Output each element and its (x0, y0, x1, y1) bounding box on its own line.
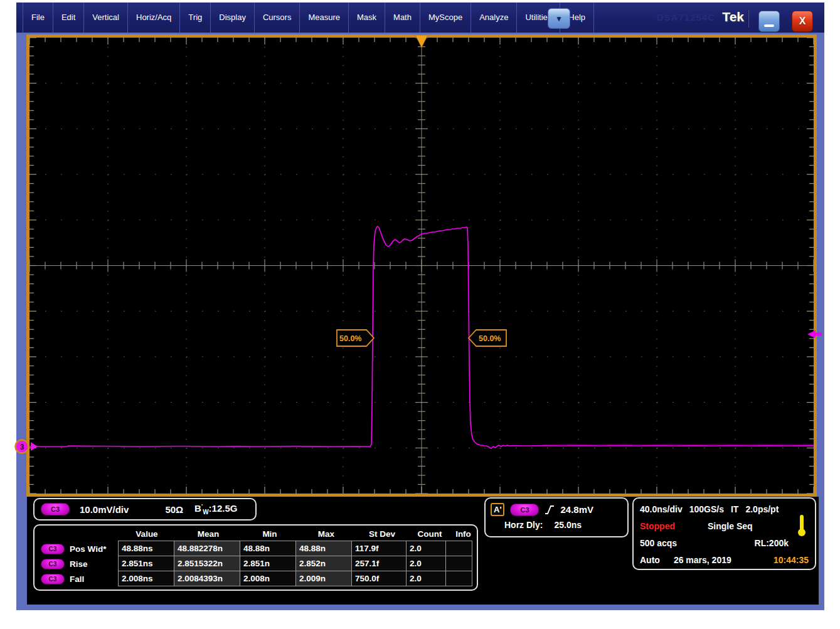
sample-rate: 100GS/s (689, 504, 724, 514)
left-50pct-label: 50.0% (339, 334, 361, 343)
measurement-table: ValueMeanMinMaxSt DevCountInfoC3Pos Wid*… (33, 524, 478, 591)
measurement-min: 2.851n (240, 556, 296, 571)
menu-trig[interactable]: Trig (180, 3, 211, 33)
measurement-row[interactable]: C3Fall2.008ns2.0084393n2.008n2.009n750.0… (38, 571, 477, 586)
channel-3-reference-label: 3 (20, 443, 24, 452)
trigger-mode: Auto (640, 555, 660, 565)
menu-myscope[interactable]: MyScope (420, 3, 471, 33)
temperature-icon (797, 515, 806, 537)
datetime-row: Auto 26 mars, 2019 10:44:35 (640, 551, 809, 568)
channel-settings-panel[interactable]: C3 10.0mV/div 50Ω B′W:12.5G (33, 498, 257, 521)
measurement-name: Pos Wid* (70, 542, 106, 556)
measurement-mean: 48.882278n (174, 541, 240, 556)
measurement-count: 2.0 (406, 541, 446, 556)
acq-mode: Single Seq (708, 521, 753, 531)
column-header-min: Min (242, 528, 298, 541)
scope-body: 350.0%50.0% C3 10.0mV/div 50Ω B′W:12.5G … (16, 33, 824, 610)
acquisition-panel[interactable]: 40.0ns/div 100GS/s IT 2.0ps/pt Stopped S… (632, 497, 816, 570)
channel-3-arrow-icon (31, 442, 38, 451)
measurement-row[interactable]: C3Pos Wid*48.88ns48.882278n48.88n48.88n1… (38, 541, 477, 556)
minimize-button[interactable] (758, 11, 780, 32)
trigger-panel[interactable]: A' C3 24.8mV Horz Dly:25.0ns (484, 497, 629, 537)
measurement-stdev: 117.9f (351, 541, 407, 556)
graticule: 350.0%50.0% (26, 34, 817, 497)
acq-count: 500 acqs (640, 538, 677, 548)
chevron-down-icon: ▼ (555, 14, 563, 23)
measurement-header-row: ValueMeanMinMaxSt DevCountInfo (38, 528, 477, 541)
measurement-max: 2.009n (295, 571, 352, 586)
acq-state: Stopped (640, 521, 675, 531)
measurement-name: Fall (70, 572, 84, 586)
column-header-max: Max (298, 528, 354, 541)
channel-badge: C3 (41, 503, 70, 515)
resolution: 2.0ps/pt (745, 504, 779, 514)
instrument-model-label: DSA71254C (657, 12, 715, 23)
bandwidth: B′W:12.5G (194, 503, 237, 515)
measurement-stdev: 257.1f (351, 556, 407, 571)
trigger-summary: A' C3 24.8mV (486, 499, 627, 516)
measurement-info (445, 571, 472, 586)
trigger-source-badge: C3 (510, 504, 539, 516)
date-label: 26 mars, 2019 (674, 555, 731, 565)
measurement-info (445, 541, 472, 556)
minimize-icon (764, 24, 774, 27)
trigger-position-marker[interactable] (415, 35, 428, 48)
rising-edge-icon (545, 504, 555, 515)
menu-mask[interactable]: Mask (349, 3, 385, 33)
vertical-scale: 10.0mV/div (80, 504, 129, 515)
menu-analyze[interactable]: Analyze (471, 3, 517, 33)
channel-badge: C3 (41, 574, 65, 584)
channel-badge: C3 (41, 559, 65, 569)
horizontal-delay: Horz Dly:25.0ns (486, 516, 627, 530)
channel-badge: C3 (41, 544, 65, 554)
waveform-display: 350.0%50.0% (29, 38, 814, 494)
measurement-value: 2.008ns (118, 571, 174, 586)
trigger-level-arrow[interactable] (807, 330, 816, 339)
horizontal-settings: 40.0ns/div 100GS/s IT 2.0ps/pt (640, 500, 809, 517)
acquisition-state-row: Stopped Single Seq (640, 517, 809, 534)
header-spacer (38, 528, 119, 541)
measurement-value: 48.88ns (118, 541, 174, 556)
measurement-label: C3Pos Wid* (38, 541, 119, 556)
oscilloscope-window: FileEditVerticalHoriz/AcqTrigDisplayCurs… (16, 3, 824, 610)
close-button[interactable]: X (792, 11, 813, 32)
column-header-info: Info (450, 528, 477, 541)
measurement-min: 2.008n (240, 571, 296, 586)
measurement-mean: 2.8515322n (174, 556, 240, 571)
title-menu-bar: FileEditVerticalHoriz/AcqTrigDisplayCurs… (16, 3, 824, 33)
status-area: C3 10.0mV/div 50Ω B′W:12.5G ValueMeanMin… (27, 497, 819, 605)
menu-overflow-button[interactable]: ▼ (548, 8, 570, 29)
record-length: RL:200k (755, 538, 789, 548)
menu-bar: FileEditVerticalHoriz/AcqTrigDisplayCurs… (23, 3, 594, 33)
column-header-count: Count (410, 528, 450, 541)
measurement-info (445, 556, 472, 571)
measurement-max: 2.852n (295, 556, 352, 571)
column-header-stdev: St Dev (354, 528, 410, 541)
column-header-mean: Mean (175, 528, 242, 541)
measurement-row[interactable]: C3Rise2.851ns2.8515322n2.851n2.852n257.1… (38, 556, 477, 571)
measurement-stdev: 750.0f (351, 571, 407, 586)
time-label: 10:44:35 (774, 555, 809, 565)
menu-file[interactable]: File (23, 3, 53, 33)
measurement-label: C3Fall (38, 571, 119, 586)
measurement-label: C3Rise (38, 556, 119, 571)
menu-measure[interactable]: Measure (300, 3, 349, 33)
measurement-max: 48.88n (295, 541, 352, 556)
waveform-noise (544, 444, 814, 445)
menu-math[interactable]: Math (385, 3, 420, 33)
measurement-min: 48.88n (240, 541, 296, 556)
measurement-mean: 2.0084393n (174, 571, 240, 586)
menu-edit[interactable]: Edit (53, 3, 84, 33)
titlebar-divider (748, 10, 749, 28)
menu-horizacq[interactable]: Horiz/Acq (128, 3, 180, 33)
trigger-a-badge: A' (491, 503, 504, 516)
menu-display[interactable]: Display (211, 3, 255, 33)
trigger-level-arrow-shaft (815, 333, 822, 336)
tek-logo: Tek (722, 9, 744, 24)
measurement-count: 2.0 (406, 556, 446, 571)
menu-vertical[interactable]: Vertical (84, 3, 128, 33)
screenshot: FileEditVerticalHoriz/AcqTrigDisplayCurs… (0, 0, 840, 629)
impedance: 50Ω (165, 504, 183, 515)
menu-cursors[interactable]: Cursors (255, 3, 300, 33)
measurement-value: 2.851ns (118, 556, 174, 571)
